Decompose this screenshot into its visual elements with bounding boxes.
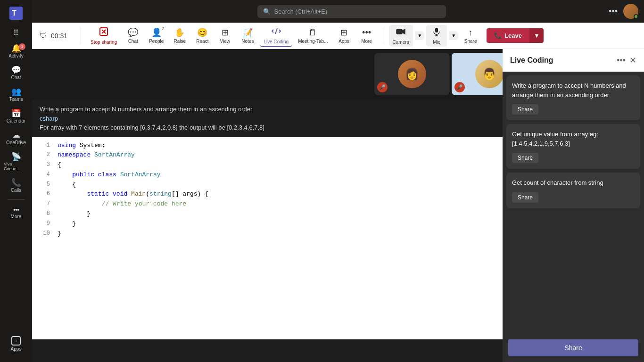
sidebar-item-more[interactable]: ••• More <box>2 204 30 222</box>
react-label: React <box>196 39 208 44</box>
question-text-2: Get unique value from array eg: [1,4,5,4… <box>512 130 635 148</box>
leave-label: Leave <box>504 32 522 39</box>
notes-label: Notes <box>241 39 254 44</box>
sidebar-item-activity[interactable]: 🔔 Activity 1 <box>2 41 30 61</box>
right-panel-content: Write a program to accept N numbers and … <box>503 72 644 334</box>
mic-icon <box>432 27 441 39</box>
phone-icon: 📞 <box>494 32 502 39</box>
grid-icon: ⠿ <box>13 29 19 37</box>
people-icon: 👤2 <box>151 27 162 38</box>
onedrive-icon: ☁ <box>12 131 20 139</box>
shield-icon: 🛡 <box>40 32 47 40</box>
main-area: 🔍 ••• 🛡 00:31 Stop sharing 💬 Chat <box>32 0 644 362</box>
line-num-4: 4 <box>36 170 50 179</box>
sidebar-item-viva-label: Viva Conne... <box>4 162 28 171</box>
sidebar-item-calendar-label: Calendar <box>7 118 26 123</box>
more-icon: ••• <box>13 206 19 213</box>
right-panel: Live Coding ••• ✕ Write a program to acc… <box>503 49 644 362</box>
react-button[interactable]: 😊 React <box>192 25 213 46</box>
sidebar-item-onedrive-label: OneDrive <box>6 140 26 145</box>
camera-icon <box>396 27 405 39</box>
sidebar-item-calls-label: Calls <box>11 188 21 193</box>
share-toolbar-button[interactable]: ↑ Share <box>460 26 481 46</box>
ellipsis-icon[interactable]: ••• <box>609 7 618 16</box>
sidebar-item-teams[interactable]: 👥 Teams <box>2 85 30 105</box>
sidebar-item-teams-label: Teams <box>9 97 23 102</box>
raise-label: Raise <box>174 39 186 44</box>
leave-button[interactable]: 📞 Leave <box>487 28 529 43</box>
view-button[interactable]: ⊞ View <box>215 25 235 46</box>
leave-chevron-icon: ▼ <box>534 32 540 39</box>
sidebar-item-more-label: More <box>11 214 22 219</box>
line-num-3: 3 <box>36 160 50 169</box>
search-icon: 🔍 <box>263 8 271 15</box>
search-input[interactable] <box>274 8 440 15</box>
user-avatar[interactable] <box>623 4 638 19</box>
people-count: 2 <box>162 26 165 31</box>
react-icon: 😊 <box>197 27 207 38</box>
question-text-3: Get count of character from string <box>512 178 635 188</box>
view-label: View <box>220 39 231 44</box>
apps-toolbar-label: Apps <box>339 39 349 44</box>
sidebar-item-calendar[interactable]: 📅 Calendar <box>2 107 30 126</box>
sidebar-divider <box>8 199 25 200</box>
right-panel-more-icon[interactable]: ••• <box>617 56 626 66</box>
meeting-tab-button[interactable]: 🗒 Meeting-Tab... <box>294 26 331 46</box>
share-q2-button[interactable]: Share <box>512 153 538 163</box>
camera-button[interactable]: Camera <box>389 25 413 47</box>
camera-label: Camera <box>393 40 410 45</box>
sidebar-item-viva[interactable]: 📡 Viva Conne... <box>2 150 30 174</box>
line-num-10: 10 <box>36 229 50 238</box>
apps-toolbar-button[interactable]: ⊞ Apps <box>334 25 355 46</box>
more-toolbar-label: More <box>361 39 372 44</box>
share-q1-button[interactable]: Share <box>512 104 538 115</box>
line-num-1: 1 <box>36 141 50 150</box>
notes-icon: 📝 <box>242 27 253 38</box>
live-coding-button[interactable]: Live Coding <box>260 25 292 47</box>
sidebar: T ⠿ 🔔 Activity 1 💬 Chat 👥 Teams 📅 Calend… <box>0 0 32 362</box>
timer-area: 🛡 00:31 <box>40 32 67 40</box>
right-panel-header: Live Coding ••• ✕ <box>503 49 644 72</box>
chat-toolbar-label: Chat <box>128 39 138 44</box>
notes-button[interactable]: 📝 Notes <box>237 25 258 46</box>
sidebar-item-calls[interactable]: 📞 Calls <box>2 176 30 196</box>
chat-button[interactable]: 💬 Chat <box>123 25 143 46</box>
participant-2-avatar: 👨 <box>475 60 504 88</box>
sidebar-item-chat[interactable]: 💬 Chat <box>2 63 30 83</box>
sidebar-item-apps[interactable]: + Apps <box>2 333 30 354</box>
mic-label: Mic <box>433 40 440 45</box>
line-num-2: 2 <box>36 150 50 159</box>
mic-chevron-icon: ▼ <box>451 33 456 38</box>
sidebar-item-onedrive[interactable]: ☁ OneDrive <box>2 128 30 148</box>
leave-dropdown-button[interactable]: ▼ <box>529 28 544 43</box>
raise-button[interactable]: ✋ Raise <box>169 25 190 46</box>
sidebar-item-grid[interactable]: ⠿ <box>2 26 30 40</box>
line-num-7: 7 <box>36 199 50 208</box>
topbar: 🔍 ••• <box>32 0 644 23</box>
stop-sharing-button[interactable]: Stop sharing <box>87 25 121 47</box>
teams-icon: 👥 <box>11 88 21 96</box>
svg-rect-9 <box>435 28 438 33</box>
people-button[interactable]: 👤2 People <box>145 25 167 46</box>
camera-chevron-icon: ▼ <box>417 33 422 38</box>
teams-logo[interactable]: T <box>2 4 30 23</box>
sidebar-item-chat-label: Chat <box>11 75 21 80</box>
teams-logo-icon: T <box>9 7 23 20</box>
share-q3-button[interactable]: Share <box>512 192 538 203</box>
search-bar[interactable]: 🔍 <box>257 5 446 18</box>
stop-sharing-label: Stop sharing <box>91 40 117 45</box>
share-main-button[interactable]: Share <box>508 339 638 356</box>
content-area: 👩 🎤 👨 🎤 Write a program to accept N numb… <box>32 49 644 362</box>
raise-icon: ✋ <box>174 27 185 38</box>
right-panel-close-icon[interactable]: ✕ <box>629 55 636 66</box>
mic-button[interactable]: Mic <box>426 25 447 47</box>
more-toolbar-button[interactable]: ••• More <box>356 26 377 46</box>
question-text-1: Write a program to accept N numbers and … <box>512 81 635 99</box>
activity-badge: 1 <box>19 43 25 50</box>
right-panel-actions: ••• ✕ <box>617 55 636 66</box>
mic-dropdown-button[interactable]: ▼ <box>449 31 458 40</box>
sidebar-item-apps-label: Apps <box>11 346 22 352</box>
question-card-1: Write a program to accept N numbers and … <box>506 75 640 120</box>
question-card-3: Get count of character from string Share <box>506 173 640 208</box>
camera-dropdown-button[interactable]: ▼ <box>415 31 424 40</box>
